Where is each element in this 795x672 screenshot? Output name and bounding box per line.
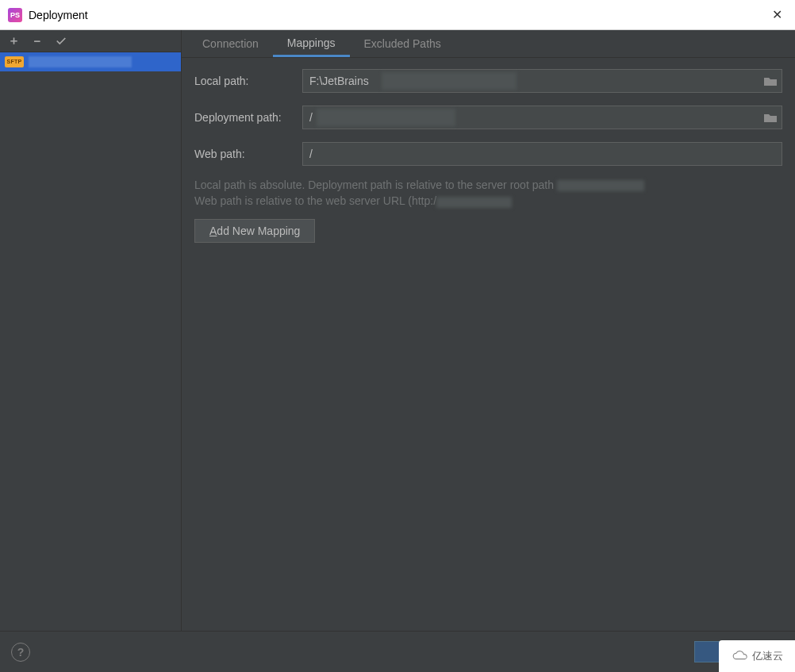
- tabs: Connection Mappings Excluded Paths: [182, 30, 795, 58]
- close-icon[interactable]: ✕: [767, 6, 787, 24]
- web-path-row: Web path:: [194, 142, 782, 166]
- local-path-label: Local path:: [194, 75, 302, 87]
- mappings-form: Local path: Deployment path:: [182, 58, 795, 254]
- tab-connection[interactable]: Connection: [188, 30, 273, 57]
- local-path-input[interactable]: [302, 69, 782, 93]
- browse-local-path-icon[interactable]: [763, 75, 778, 86]
- server-item[interactable]: SFTP: [0, 52, 181, 71]
- web-path-input[interactable]: [302, 142, 782, 166]
- mappings-help-text: Local path is absolute. Deployment path …: [194, 177, 782, 209]
- sidebar-toolbar: ＋ −: [0, 30, 181, 52]
- content: Connection Mappings Excluded Paths Local…: [182, 30, 795, 631]
- sidebar: ＋ − SFTP: [0, 30, 182, 631]
- server-list: SFTP: [0, 52, 181, 631]
- help-icon[interactable]: ?: [11, 643, 30, 662]
- server-type-badge: SFTP: [5, 56, 24, 67]
- web-path-label: Web path:: [194, 148, 302, 160]
- bottom-bar: ? OK: [0, 631, 795, 672]
- apply-icon[interactable]: [56, 36, 67, 47]
- cloud-icon: [732, 650, 749, 662]
- titlebar: PS Deployment ✕: [0, 0, 795, 30]
- server-name-label: [29, 56, 132, 67]
- window-title: Deployment: [29, 9, 767, 21]
- main-area: ＋ − SFTP Connection Mappings Excluded Pa…: [0, 30, 795, 631]
- browse-deployment-path-icon[interactable]: [763, 112, 778, 123]
- tab-excluded-paths[interactable]: Excluded Paths: [350, 30, 455, 57]
- add-new-mapping-button[interactable]: Add New Mapping: [194, 219, 315, 243]
- tab-mappings[interactable]: Mappings: [273, 30, 350, 57]
- add-server-icon[interactable]: ＋: [8, 36, 19, 47]
- watermark-text: 亿速云: [752, 649, 783, 663]
- local-path-row: Local path:: [194, 69, 782, 93]
- deployment-path-row: Deployment path:: [194, 106, 782, 129]
- watermark: 亿速云: [719, 640, 795, 672]
- app-icon: PS: [8, 8, 22, 22]
- remove-server-icon[interactable]: −: [32, 36, 43, 47]
- deployment-path-label: Deployment path:: [194, 111, 302, 124]
